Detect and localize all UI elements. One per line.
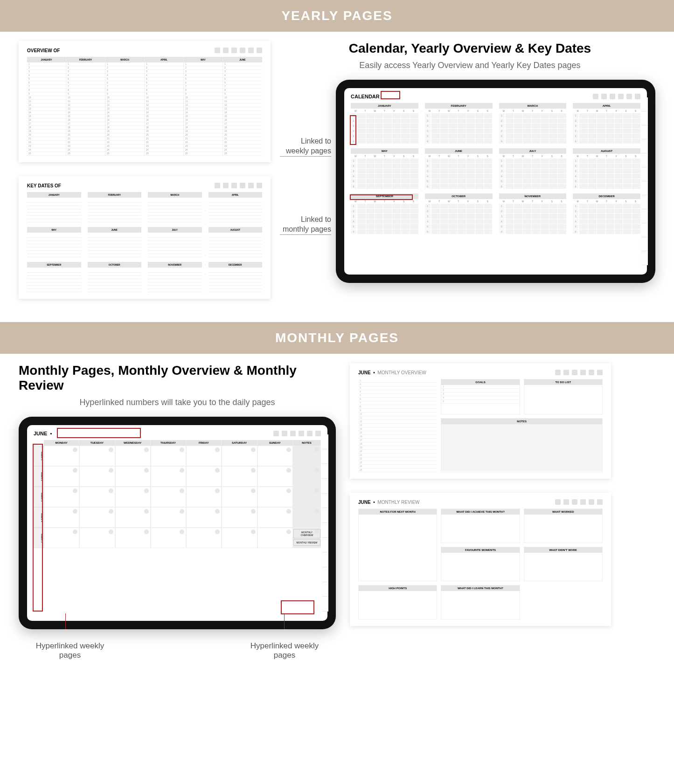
monthly-promo-sub: Hyperlinked numbers will take you to the… [19,398,336,407]
day-cell[interactable] [151,507,186,528]
week-tab[interactable]: WEEK 2 [34,466,44,487]
toolbar-icons [593,94,640,99]
day-cell[interactable] [79,446,115,466]
day-cell[interactable] [115,466,151,487]
day-cell[interactable] [79,507,115,528]
day-cell[interactable] [257,528,293,548]
day-cell[interactable] [186,466,222,487]
month-title: JUNE • [34,431,52,436]
mo-title: JUNE • MONTHLY OVERVIEW [358,370,426,375]
day-cell[interactable] [257,487,293,507]
callout-monthly: Linked to monthly pages [280,215,331,235]
rv-high: HIGH POINTS [359,585,437,591]
ipad-monthly[interactable]: JUNE • MONDAYTUESDAYWEDNESDAYTHURSDAYFRI… [19,417,336,629]
rv-next: NOTES FOR NEXT MONTH [359,509,437,515]
ipad-calendar[interactable]: CALENDAR JANUARYMTWTFSS123456FEBRUARYMTW… [336,80,655,283]
week-tab[interactable]: WEEK 5 [34,528,44,548]
leader-line [65,613,66,629]
toolbar-icons [555,499,603,505]
day-cell[interactable] [151,528,186,548]
day-cell[interactable] [79,528,115,548]
day-cell[interactable] [44,466,79,487]
redbox-monthlinks [281,600,314,614]
goals-box: GOALS [441,379,519,385]
day-cell[interactable] [257,446,293,466]
rv-worked: WHAT WORKED [524,509,602,515]
rv-achieve: WHAT DID I ACHIEVE THIS MONTH? [441,509,519,515]
callout-weekly: Linked to weekly pages [280,137,331,157]
day-cell[interactable] [115,446,151,466]
notes-box: NOTES [441,419,602,424]
day-cell[interactable] [44,507,79,528]
overview-title: OVERVIEW OF [27,48,60,53]
day-cell[interactable] [186,487,222,507]
keydates-title: KEY DATES OF [27,183,61,188]
day-cell[interactable] [222,507,257,528]
yearly-promo-sub: Easily access Yearly Overview and Yearly… [285,61,655,70]
keydates-sheet[interactable]: KEY DATES OF JANUARYFEBRUARYMARCHAPRILMA… [19,176,271,299]
day-cell[interactable] [222,466,257,487]
toolbar-icons [215,183,262,188]
day-cell[interactable] [257,507,293,528]
link-monthly-overview[interactable]: MONTHLY OVERVIEW [293,529,320,538]
rv-fav: FAVOURITE MOMENTS [441,547,519,553]
leader-line [284,613,285,629]
day-cell[interactable] [186,446,222,466]
monthly-banner: MONTHLY PAGES [0,322,674,354]
day-cell[interactable] [151,446,186,466]
side-tabs[interactable] [641,97,648,265]
day-cell[interactable] [151,466,186,487]
day-cell[interactable] [115,487,151,507]
day-cell[interactable] [79,487,115,507]
toolbar-icons [273,431,321,436]
week-tab[interactable]: WEEK 1 [34,446,44,466]
callout-bl: Hyperlinked weekly pages [28,641,112,660]
link-monthly-review[interactable]: MONTHLY REVIEW [293,539,320,546]
day-cell[interactable] [222,446,257,466]
rv-notwork: WHAT DIDN'T WORK [524,547,602,553]
day-cell[interactable] [79,466,115,487]
callout-br: Hyperlinked weekly pages [243,641,327,660]
calendar-title: CALENDAR [351,94,380,99]
monthly-overview-sheet[interactable]: JUNE • MONTHLY OVERVIEW 1234567891011121… [350,363,611,479]
yearly-section: OVERVIEW OF JANUARY123456789101112131415… [0,32,674,322]
day-cell[interactable] [115,528,151,548]
day-cell[interactable] [186,507,222,528]
day-cell[interactable] [222,487,257,507]
week-tab[interactable]: WEEK 3 [34,487,44,507]
week-tab[interactable]: WEEK 4 [34,507,44,528]
day-cell[interactable] [44,487,79,507]
day-cell[interactable] [44,446,79,466]
day-cell[interactable] [257,466,293,487]
monthly-promo-heading: Monthly Pages, Monthly Overview & Monthl… [19,363,336,393]
monthly-review-sheet[interactable]: JUNE • MONTHLY REVIEW WHAT DID I ACHIEVE… [350,493,611,626]
todo-box: TO DO LIST [524,379,602,385]
toolbar-icons [215,48,262,53]
yearly-promo-heading: Calendar, Yearly Overview & Key Dates [285,41,655,56]
overview-sheet[interactable]: OVERVIEW OF JANUARY123456789101112131415… [19,41,271,162]
day-cell[interactable] [222,528,257,548]
mr-title: JUNE • MONTHLY REVIEW [358,500,420,505]
monthly-section: Monthly Pages, Monthly Overview & Monthl… [0,354,674,669]
day-cell[interactable] [44,528,79,548]
rv-learn: WHAT DID I LEARN THIS MONTH? [441,585,519,591]
day-cell[interactable] [186,528,222,548]
day-cell[interactable] [115,507,151,528]
day-cell[interactable] [151,487,186,507]
side-tabs[interactable] [322,434,328,612]
toolbar-icons [555,370,603,375]
yearly-banner: YEARLY PAGES [0,0,674,32]
